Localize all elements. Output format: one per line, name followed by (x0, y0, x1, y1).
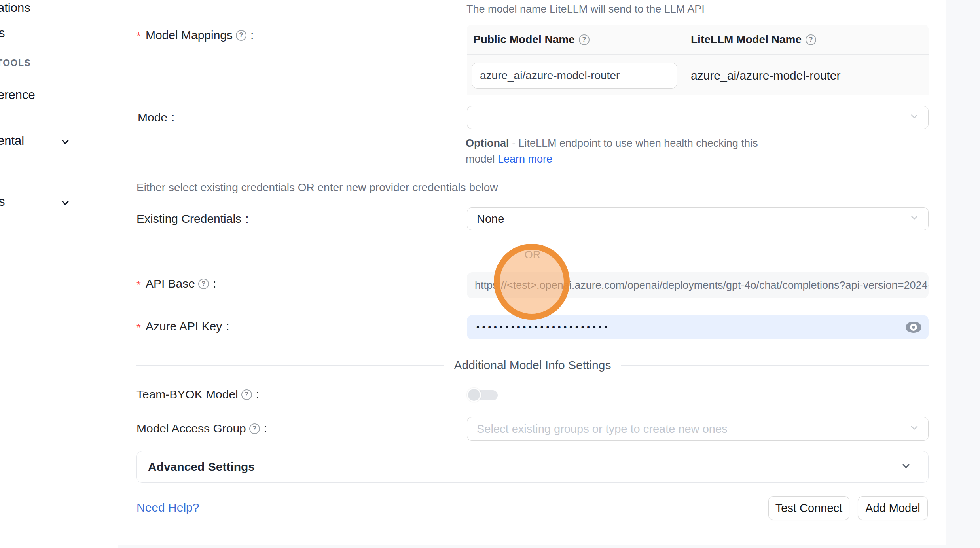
help-icon[interactable]: ? (198, 279, 209, 289)
sidebar-item[interactable]: erence (0, 88, 35, 102)
column-header-litellm-model-name: LiteLLM Model Name ? (691, 25, 816, 55)
required-asterisk: * (136, 321, 141, 334)
required-asterisk: * (136, 30, 141, 43)
mode-select[interactable] (467, 106, 929, 129)
azure-api-key-input[interactable] (467, 315, 929, 339)
model-access-group-label: Model Access Group ? : (136, 422, 267, 435)
sidebar-section-header: TOOLS (0, 58, 31, 68)
chevron-down-icon[interactable] (59, 197, 71, 210)
add-model-form: The model name LiteLLM will send to the … (118, 0, 946, 545)
mode-helper-text: Optional - LiteLLM endpoint to use when … (466, 135, 782, 167)
chevron-down-icon[interactable] (59, 136, 71, 150)
team-byok-label: Team-BYOK Model ? : (136, 388, 259, 401)
existing-credentials-label: Existing Credentials : (136, 212, 248, 226)
help-icon[interactable]: ? (806, 34, 816, 45)
add-model-button[interactable]: Add Model (858, 496, 928, 520)
credentials-note: Either select existing credentials OR en… (136, 181, 498, 194)
need-help-link[interactable]: Need Help? (136, 501, 199, 514)
sidebar-item[interactable]: ental (0, 134, 24, 148)
column-divider (684, 31, 684, 48)
model-access-group-select[interactable]: Select existing groups or type to create… (467, 417, 929, 441)
model-mappings-table: Public Model Name ? LiteLLM Model Name ?… (467, 25, 929, 95)
existing-credentials-select[interactable]: None (467, 207, 929, 230)
api-base-input[interactable]: https://<test>.openai.azure.com/openai/d… (467, 272, 929, 298)
chevron-down-icon (909, 423, 919, 436)
select-placeholder: Select existing groups or type to create… (477, 423, 728, 436)
additional-settings-divider: Additional Model Info Settings (136, 358, 929, 372)
sidebar-item[interactable]: ations (0, 1, 30, 15)
learn-more-link[interactable]: Learn more (498, 153, 552, 165)
or-divider: OR (136, 249, 929, 261)
chevron-down-icon (909, 212, 919, 226)
model-name-helper-text: The model name LiteLLM will send to the … (466, 3, 705, 15)
eye-icon[interactable] (906, 322, 921, 333)
help-icon[interactable]: ? (241, 389, 252, 400)
team-byok-toggle[interactable] (467, 387, 506, 403)
api-base-label: * API Base ? : (136, 277, 216, 290)
help-icon[interactable]: ? (579, 34, 590, 45)
mode-label: Mode : (138, 111, 174, 124)
advanced-settings-toggle[interactable]: Advanced Settings (136, 451, 929, 483)
table-header-row: Public Model Name ? LiteLLM Model Name ? (467, 25, 929, 55)
help-icon[interactable]: ? (249, 423, 260, 434)
model-mappings-label: * Model Mappings ? : (136, 28, 254, 42)
chevron-down-icon (909, 111, 919, 124)
sidebar-item[interactable]: s (0, 195, 5, 209)
test-connect-button[interactable]: Test Connect (768, 496, 849, 520)
azure-api-key-label: * Azure API Key : (136, 320, 229, 333)
sidebar: ations s TOOLS erence ental s (0, 0, 118, 548)
chevron-down-icon (900, 460, 912, 474)
required-asterisk: * (136, 279, 141, 291)
public-model-name-input[interactable] (472, 63, 677, 89)
column-header-public-model-name: Public Model Name ? (473, 25, 590, 55)
sidebar-item[interactable]: s (0, 26, 5, 40)
litellm-model-name-value: azure_ai/azure-model-router (691, 63, 841, 89)
help-icon[interactable]: ? (236, 30, 246, 41)
